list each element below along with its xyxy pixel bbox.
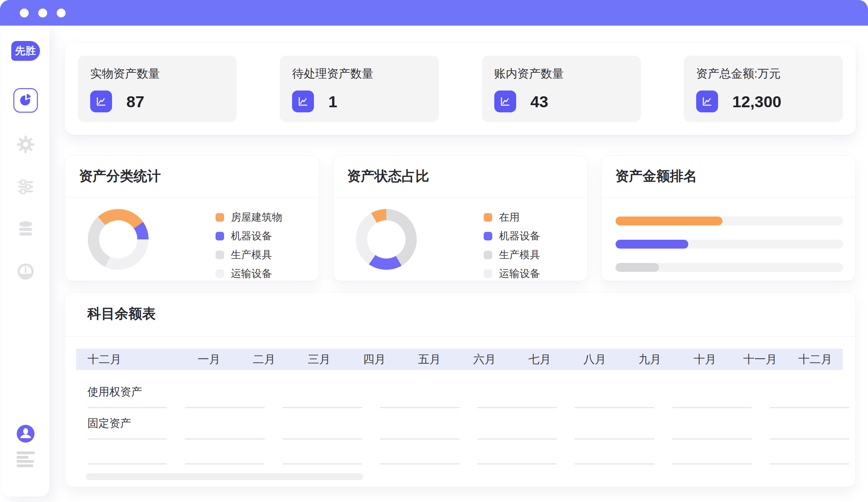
- sidebar-item-filters[interactable]: [16, 178, 35, 197]
- legend-label: 机器设备: [231, 229, 272, 243]
- gear-icon: [17, 135, 35, 155]
- bar-fill: [616, 217, 723, 226]
- app-logo: 先胜: [11, 41, 40, 61]
- menu-list-icon[interactable]: [17, 451, 34, 467]
- legend-label: 运输设备: [231, 267, 272, 281]
- legend-swatch: [484, 213, 492, 222]
- empty-cell-underline: [477, 407, 557, 408]
- column-header: 二月: [236, 352, 291, 367]
- row-cells: [87, 439, 849, 439]
- column-header: 四月: [347, 352, 402, 367]
- table-body: 使用权资产固定资产: [65, 385, 855, 464]
- horizontal-scrollbar: [86, 473, 855, 480]
- line-chart-icon: [494, 91, 516, 112]
- legend-label: 房屋建筑物: [231, 210, 282, 224]
- app-window: 先胜: [0, 0, 868, 502]
- legend-item: 生产模具: [484, 248, 540, 262]
- panel-title: 资产状态占比: [333, 156, 587, 197]
- window-control-dot[interactable]: [38, 9, 47, 18]
- empty-cell-underline: [282, 439, 362, 439]
- stat-value: 87: [126, 92, 144, 111]
- sidebar-item-gauge[interactable]: [16, 262, 35, 282]
- sidebar-item-database[interactable]: [16, 220, 35, 240]
- table-row: 固定资产: [65, 416, 855, 439]
- column-header: 十二月: [788, 352, 843, 367]
- bar-fill: [616, 263, 659, 272]
- empty-cell-underline: [575, 463, 654, 464]
- legend-item: 在用: [484, 210, 540, 224]
- sidebar-item-dashboard[interactable]: [13, 88, 38, 113]
- legend-item: 运输设备: [484, 267, 540, 281]
- legend-item: 机器设备: [216, 229, 282, 243]
- stat-value: 43: [530, 92, 548, 111]
- legend-label: 运输设备: [499, 267, 540, 281]
- table-header-row: 十二月一月二月三月四月五月六月七月八月九月十月十一月十二月: [76, 349, 843, 370]
- line-chart-icon: [292, 91, 314, 112]
- chart-legend: 在用机器设备生产模具运输设备: [484, 210, 540, 281]
- horizontal-scrollbar-thumb[interactable]: [86, 473, 363, 480]
- panel-asset-status: 资产状态占比 在用机器设备生产模具运输设备: [333, 155, 588, 281]
- legend-label: 生产模具: [231, 248, 272, 262]
- empty-cell-underline: [185, 407, 265, 408]
- legend-swatch: [484, 270, 492, 278]
- line-chart-icon: [90, 91, 112, 112]
- stat-card-booked-assets: 账内资产数量 43: [482, 56, 641, 122]
- row-label: 固定资产: [87, 416, 849, 430]
- empty-cell-underline: [185, 463, 265, 464]
- window-control-dot[interactable]: [20, 9, 29, 18]
- empty-cell-underline: [380, 407, 459, 408]
- sidebar-card: 先胜: [2, 25, 49, 496]
- column-header: 十二月: [76, 352, 182, 367]
- row-cells: [87, 463, 849, 464]
- panel-asset-amount-ranking: 资产金额排名: [601, 155, 856, 281]
- donut-chart-asset-category: [88, 209, 148, 270]
- main-content: 实物资产数量 87 待处理资产数量: [51, 25, 868, 502]
- legend-swatch: [484, 251, 492, 259]
- empty-cell-underline: [87, 407, 167, 408]
- empty-cell-underline: [477, 463, 557, 464]
- empty-cell-underline: [87, 439, 167, 439]
- stat-label: 实物资产数量: [90, 66, 225, 82]
- database-icon: [17, 220, 35, 240]
- panel-title: 资产分类统计: [65, 156, 319, 197]
- legend-item: 机器设备: [484, 229, 540, 243]
- column-header: 十一月: [732, 352, 787, 367]
- legend-item: 生产模具: [216, 248, 282, 262]
- empty-cell-underline: [769, 407, 849, 408]
- empty-cell-underline: [672, 463, 752, 464]
- stat-value: 12,300: [732, 92, 782, 111]
- empty-cell-underline: [769, 439, 849, 439]
- window-control-dot[interactable]: [57, 9, 65, 18]
- donut-chart-asset-status: [356, 209, 417, 270]
- pie-chart-icon: [19, 93, 33, 108]
- empty-cell-underline: [380, 463, 459, 464]
- stat-value: 1: [328, 92, 337, 111]
- sidebar-item-settings[interactable]: [16, 135, 35, 155]
- column-header: 九月: [622, 352, 678, 367]
- bar-fill: [616, 240, 688, 249]
- sliders-icon: [17, 178, 35, 197]
- column-header: 一月: [182, 352, 236, 367]
- row-label: 使用权资产: [87, 385, 849, 398]
- empty-cell-underline: [575, 439, 654, 439]
- row-cells: [87, 407, 849, 408]
- stat-card-physical-assets: 实物资产数量 87: [78, 56, 237, 122]
- bar-track: [616, 240, 843, 249]
- legend-swatch: [216, 270, 224, 278]
- chart-legend: 房屋建筑物机器设备生产模具运输设备: [216, 210, 282, 281]
- empty-cell-underline: [185, 439, 265, 439]
- empty-cell-underline: [380, 439, 459, 439]
- table-row: 使用权资产: [65, 385, 855, 408]
- legend-label: 生产模具: [499, 248, 540, 262]
- empty-cell-underline: [282, 463, 362, 464]
- legend-swatch: [216, 232, 224, 240]
- legend-swatch: [484, 232, 492, 240]
- legend-swatch: [216, 213, 224, 222]
- stat-label: 账内资产数量: [494, 66, 629, 82]
- column-header: 七月: [512, 352, 567, 367]
- user-avatar[interactable]: [17, 425, 34, 442]
- legend-swatch: [216, 251, 224, 259]
- table-row: [65, 463, 855, 464]
- window-titlebar: [0, 0, 868, 25]
- gauge-icon: [17, 262, 35, 282]
